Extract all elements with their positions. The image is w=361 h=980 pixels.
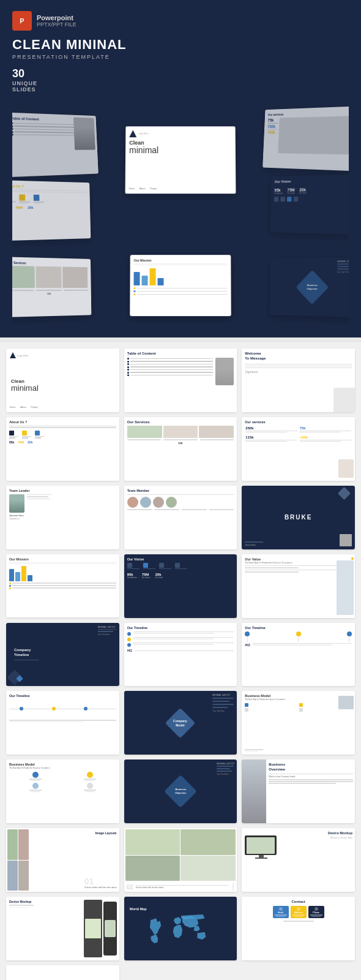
service-img-room [199, 426, 234, 438]
slide-card-2[interactable]: Table of Content [124, 349, 237, 412]
divider [0, 337, 361, 342]
slide-card-1[interactable]: Logo Here Clean minimal Home About Proje… [6, 349, 119, 412]
slide-card-23[interactable]: 02 Fortune slides with him who dares Ima… [124, 828, 237, 892]
slide-card-21[interactable]: BusinessOverview What is a best Company.… [242, 760, 355, 823]
bm-icon-2 [299, 703, 303, 707]
header-top: P Powerpoint PPTX/PPT FILE [12, 11, 349, 31]
bruke-photo [340, 534, 352, 546]
slide-card-27[interactable]: Contact Email Address [242, 897, 355, 960]
slide-card-13[interactable]: CompanyTimeline MINIMAL LAYOUT Your Text… [6, 623, 119, 687]
slide-card-20[interactable]: BusinessObjective MINIMAL LAYOUT Your Te… [124, 760, 237, 823]
slide-card-10[interactable]: Our Mission [6, 554, 119, 618]
slide-card-4[interactable]: About Us ? [6, 417, 119, 481]
slide-card-11[interactable]: Our Vision [124, 554, 237, 618]
team-leader-title: Team Leader [9, 489, 116, 492]
contact-item-address: Address [291, 906, 307, 918]
img2-2 [180, 829, 236, 854]
slide-card-5[interactable]: Our Services 35K [124, 417, 237, 481]
bm-icon-1 [245, 703, 248, 707]
team-photo-3 [153, 497, 164, 508]
value-title: Our Value [245, 557, 352, 561]
img-grid-4 [18, 861, 29, 891]
stat-1: 95k [9, 440, 14, 444]
svc-num-3: 115k [245, 435, 297, 439]
slide-card-24[interactable]: Device Mockup Monitor in Device Slide [242, 828, 355, 892]
welcome-chair-img [333, 388, 355, 412]
business-obj-diamond: BusinessObjective [164, 775, 197, 808]
team-photo-1 [127, 497, 138, 508]
perspective-container: Table of Content Our services [12, 96, 349, 322]
persp-slide-vision: Our Vision 95k Our Mission 75M Our Visio… [270, 174, 349, 235]
slide-card-26[interactable]: World Map [124, 897, 237, 960]
value-subtitle: The Best Way To Predict the Future is To… [245, 562, 352, 564]
img-grid-3 [7, 861, 18, 891]
about-icon-1 [9, 431, 14, 435]
img-grid [7, 829, 29, 891]
services-title: Our Services [127, 420, 234, 424]
monitor-base [255, 858, 267, 859]
services2-grid: 250k 75k 115k +95k [245, 426, 352, 443]
slide-card-18[interactable]: Business Model The Best Way To Predict t… [242, 691, 355, 755]
toc-title: Table of Content [127, 352, 234, 355]
toc-image [215, 358, 234, 385]
business-model2-title: Business Model [9, 763, 116, 766]
image2-label: Image [231, 883, 234, 891]
persp-slide-about: About Us ? [12, 180, 91, 241]
slide-card-17[interactable]: CompanyModel MINIMAL LAYOUT Your Text He… [124, 691, 237, 755]
mission-checks [9, 582, 116, 589]
persp-slide-cover: Logo Here Clean minimal Home About Proje… [125, 126, 236, 194]
image-layouts-desc: Fortune slides with him who dares [84, 886, 117, 889]
slide-card-6[interactable]: Our services 250k 75k 115k [242, 417, 355, 481]
stat-2: 49M [18, 440, 24, 444]
slides-count: 30 [12, 67, 349, 80]
main-title: CLEAN MININAL [12, 37, 349, 53]
slide-card-9[interactable]: BRUKE Jamie Hero [242, 486, 355, 549]
mission-bar-2 [15, 572, 20, 581]
slide-card-7[interactable]: Team Leader Jamese Hero Signature [6, 486, 119, 549]
persp-slide-services-plant: Our Services 35K [12, 257, 91, 317]
bruke-diamond [338, 487, 351, 500]
bruke-text: BRUKE [285, 514, 313, 521]
phone-screen [105, 920, 116, 937]
business-model2-subtitle: The Best Way To Predict the Future is To… [9, 767, 116, 769]
ppt-icon: P [12, 11, 32, 31]
slide-card-12[interactable]: Our Value The Best Way To Predict the Fu… [242, 554, 355, 618]
bov-img [242, 760, 266, 823]
slide-card-22[interactable]: Image Layouts 01 Fortune slides with him… [6, 828, 119, 892]
company-model-text: CompanyModel [174, 719, 188, 727]
value-img [337, 560, 354, 615]
our-timeline-title-1: Our Timeline [127, 626, 234, 630]
slide-card-28[interactable]: E-N-D Business Plan Presentation Templat… [6, 965, 119, 980]
slide-card-14[interactable]: Our Timeline [124, 623, 237, 687]
img2-3 [125, 856, 180, 881]
nav-about: About [20, 406, 26, 409]
services2-img [338, 459, 354, 478]
slide-card-15[interactable]: Our Timeline #02 [242, 623, 355, 687]
company-timeline-title: CompanyTimeline [14, 648, 39, 658]
slide-card-16[interactable]: Our Timeline [6, 691, 119, 755]
obj-lines-right: MINIMAL LAYOUT Your Text Here [217, 763, 234, 775]
bov-content: BusinessOverview What is a best Company.… [269, 763, 353, 820]
persp-slide-toc: Table of Content [12, 113, 99, 178]
nav-home: Home [10, 406, 15, 409]
bm2-circle-3 [32, 783, 39, 789]
about-icons-row [9, 431, 116, 439]
slide-card-25[interactable]: Device Mockup [6, 897, 119, 960]
device-mockup-subtitle: Monitor in Device Slide [330, 837, 352, 839]
contact-phone-icon [314, 907, 318, 911]
world-map-title: World Map [127, 907, 147, 911]
slide-card-3[interactable]: WelcomeTo Message Signature [242, 349, 355, 412]
header-section: P Powerpoint PPTX/PPT FILE CLEAN MININAL… [0, 0, 361, 337]
mission-bars [9, 566, 116, 581]
slide-card-8[interactable]: Team Member [124, 486, 237, 549]
contact-item-phone: Phone [308, 906, 324, 918]
img-grid-1 [7, 829, 18, 859]
image2-number: 02 [127, 884, 133, 891]
our-timeline-title-2: Our Timeline [245, 626, 352, 630]
file-type: PPTX/PPT FILE [37, 21, 76, 28]
tablet-shape [84, 900, 102, 957]
team-photos [127, 497, 234, 508]
mission-title: Our Mission [9, 557, 116, 561]
slide-card-19[interactable]: Business Model The Best Way To Predict t… [6, 760, 119, 823]
bov-title: BusinessOverview [269, 763, 353, 772]
